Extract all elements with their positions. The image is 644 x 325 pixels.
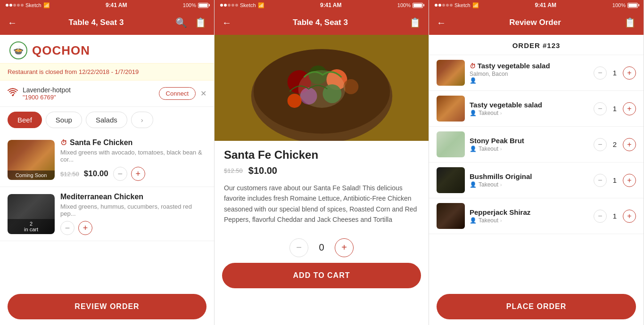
order-item-name-3: Bushmills Original (470, 172, 589, 180)
nav-bar-1: ← Table 4, Seat 3 🔍 📋 (0, 10, 214, 35)
menu-item-santa-fe[interactable]: Coming Soon ⏱ Santa Fe Chicken Mixed gre… (0, 133, 214, 187)
food-detail-content: Santa Fe Chicken $12.50 $10.00 Our custo… (215, 141, 429, 233)
order-qty-3: 1 (611, 176, 619, 184)
order-minus-btn-1[interactable]: − (594, 102, 607, 115)
food-description: Our customers rave about our Santa Fe Sa… (224, 183, 419, 225)
status-bar-3: Sketch 📶 9:41 AM 100% (429, 0, 644, 10)
order-minus-btn-2[interactable]: − (594, 138, 607, 151)
back-button-1[interactable]: ← (8, 17, 17, 28)
med-minus-btn[interactable]: − (60, 221, 74, 235)
nav-title-3: Review Order (509, 18, 561, 27)
order-qty-ctrl-3: − 1 + (594, 174, 636, 187)
order-qty-1: 1 (611, 105, 619, 113)
order-minus-btn-4[interactable]: − (594, 210, 607, 223)
logo-icon: 🍲 (9, 41, 27, 59)
nav-icons-2: 📋 (409, 17, 421, 28)
status-bar-1: Sketch 📶 9:41 AM 100% (0, 0, 214, 10)
order-item-name-4: Pepperjack Shiraz (470, 208, 589, 216)
svg-point-10 (288, 94, 302, 108)
panel-food-detail: Sketch 📶 9:41 AM 100% ← Table 4, Seat 3 … (215, 0, 429, 325)
nav-bar-3: ← Review Order 📋 (429, 10, 644, 35)
order-minus-btn-3[interactable]: − (594, 174, 607, 187)
order-item-4: Pepperjack Shiraz 👤 Takeout › − 1 + (429, 198, 644, 234)
logo-section: 🍲 QOCHON (0, 35, 214, 63)
order-item-2: Stony Peak Brut 👤 Takeout › − 2 + (429, 127, 644, 162)
order-sub-4: Takeout (479, 217, 498, 224)
coming-soon-label: Coming Soon (8, 171, 55, 180)
order-icon-2[interactable]: 📋 (409, 17, 421, 28)
nav-bar-2: ← Table 4, Seat 3 📋 (215, 10, 429, 35)
med-plus-btn[interactable]: + (78, 221, 92, 235)
order-item-1: Tasty vegetable salad 👤 Takeout › − 1 + (429, 91, 644, 127)
order-item-sub-1: 👤 Takeout › (470, 110, 589, 116)
wifi-section: Lavender-hotpot "1900 6769" Connect ✕ (0, 81, 214, 107)
search-icon[interactable]: 🔍 (175, 17, 187, 28)
tab-more[interactable]: › (131, 112, 153, 128)
order-item-info-1: Tasty vegetable salad 👤 Takeout › (470, 101, 589, 116)
menu-price-row-med: − + (60, 221, 206, 235)
logo-text: QOCHON (32, 43, 90, 58)
notice-bar: Restaurant is closed from 12/22/2018 - 1… (0, 63, 214, 81)
quantity-display: 0 (316, 242, 327, 253)
order-plus-btn-2[interactable]: + (623, 138, 636, 151)
order-icon-3[interactable]: 📋 (624, 17, 636, 28)
menu-price-row-santa-fe: $12.50 $10.00 − + (60, 167, 206, 181)
order-icon[interactable]: 📋 (195, 17, 206, 28)
order-plus-btn-3[interactable]: + (623, 174, 636, 187)
order-item-image-1 (437, 96, 465, 122)
battery-2: 100% (397, 2, 423, 8)
order-plus-btn-1[interactable]: + (623, 102, 636, 115)
nav-title-2: Table 4, Seat 3 (293, 18, 348, 27)
food-price-current: $10.00 (248, 165, 277, 176)
cart-count-label: 2in cart (8, 219, 55, 234)
battery-1: 100% (183, 2, 208, 8)
menu-item-desc-med: Mixed greens, hummus, cucumbers, roasted… (60, 203, 206, 217)
food-item-name: Santa Fe Chicken (224, 148, 419, 162)
order-number: ORDER #123 (512, 41, 561, 49)
place-order-button[interactable]: PLACE ORDER (437, 294, 636, 319)
wifi-close-icon[interactable]: ✕ (200, 89, 206, 98)
sub-chevron-4: › (500, 218, 502, 223)
order-qty-4: 1 (611, 212, 619, 220)
back-button-3[interactable]: ← (437, 17, 446, 28)
order-sub-1: Takeout (479, 110, 498, 116)
decrease-qty-button[interactable]: − (289, 238, 308, 257)
order-plus-btn-0[interactable]: + (623, 66, 636, 80)
battery-3: 100% (612, 2, 638, 8)
order-name-0: Tasty vegetable salad (478, 62, 550, 70)
battery-pct: 100% (183, 2, 196, 8)
carrier-label-2: Sketch (240, 2, 256, 8)
santa-fe-plus-btn[interactable]: + (131, 167, 145, 181)
order-item-name-1: Tasty vegetable salad (470, 101, 589, 109)
order-item-3: Bushmills Original 👤 Takeout › − 1 + (429, 162, 644, 198)
santa-fe-price-original: $12.50 (60, 171, 79, 178)
santa-fe-title: Santa Fe Chicken (70, 138, 132, 147)
back-button-2[interactable]: ← (222, 17, 231, 28)
status-left-2: Sketch 📶 (220, 2, 264, 8)
takeout-icon-4: 👤 (470, 217, 477, 224)
order-item-sub-4: 👤 Takeout › (470, 217, 589, 224)
review-order-button[interactable]: REVIEW ORDER (8, 294, 206, 319)
order-name-4: Pepperjack Shiraz (470, 208, 530, 216)
order-sub-3: Takeout (479, 181, 498, 188)
order-item-info-3: Bushmills Original 👤 Takeout › (470, 172, 589, 188)
tab-soup[interactable]: Soup (46, 112, 82, 128)
order-plus-btn-4[interactable]: + (623, 210, 636, 223)
tab-beef[interactable]: Beef (8, 112, 42, 128)
increase-qty-button[interactable]: + (335, 238, 354, 257)
wifi-info: Lavender-hotpot "1900 6769" (23, 86, 71, 101)
connect-button[interactable]: Connect (159, 87, 196, 100)
battery-icon-3 (627, 3, 638, 8)
tab-salads[interactable]: Salads (86, 112, 127, 128)
add-to-cart-button[interactable]: ADD TO CART (222, 263, 421, 288)
bottom-cta-3: PLACE ORDER (429, 288, 644, 325)
order-qty-ctrl-4: − 1 + (594, 210, 636, 223)
order-minus-btn-0[interactable]: − (594, 66, 607, 80)
signal-dots-2 (220, 4, 238, 7)
santa-fe-price-current: $10.00 (84, 169, 108, 179)
menu-list: Coming Soon ⏱ Santa Fe Chicken Mixed gre… (0, 133, 214, 288)
menu-item-mediterranean[interactable]: 2in cart Mediterranean Chicken Mixed gre… (0, 187, 214, 241)
menu-item-image-med: 2in cart (8, 194, 55, 234)
carrier-label: Sketch (25, 2, 41, 8)
santa-fe-minus-btn[interactable]: − (113, 167, 127, 181)
